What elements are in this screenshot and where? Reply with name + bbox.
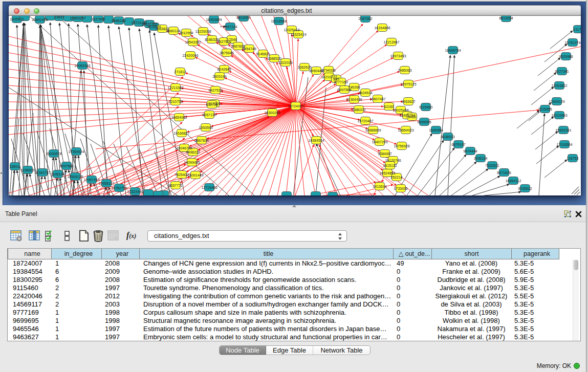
svg-text:15692391: 15692391 [555, 128, 571, 132]
svg-text:8454749: 8454749 [242, 47, 256, 51]
svg-text:13226058: 13226058 [195, 30, 211, 33]
svg-text:12975125: 12975125 [400, 82, 416, 86]
svg-text:3912954: 3912954 [179, 31, 193, 35]
svg-text:15720407: 15720407 [357, 119, 373, 123]
svg-text:10025458: 10025458 [393, 108, 408, 112]
svg-text:10046708: 10046708 [176, 146, 192, 150]
svg-text:8813054: 8813054 [236, 16, 250, 19]
svg-text:14099485: 14099485 [184, 161, 200, 164]
svg-text:17359924: 17359924 [68, 150, 84, 154]
svg-text:7857224: 7857224 [223, 25, 237, 29]
svg-text:811706: 811706 [206, 103, 218, 106]
svg-text:19166827: 19166827 [173, 132, 189, 135]
svg-text:21364436: 21364436 [346, 98, 362, 101]
svg-text:8486: 8486 [408, 115, 416, 119]
svg-text:18300295: 18300295 [264, 111, 280, 115]
svg-text:9245612: 9245612 [518, 187, 532, 190]
svg-text:9146821: 9146821 [256, 52, 270, 56]
svg-text:9474444: 9474444 [463, 149, 477, 153]
svg-text:1362615: 1362615 [297, 65, 311, 69]
svg-text:1156829: 1156829 [21, 168, 35, 172]
svg-text:252214: 252214 [390, 176, 402, 179]
svg-text:1588520: 1588520 [267, 57, 281, 60]
svg-text:20691406: 20691406 [32, 18, 48, 21]
svg-text:17957253: 17957253 [83, 178, 99, 182]
svg-text:12093822: 12093822 [551, 84, 567, 87]
svg-text:10688609: 10688609 [365, 128, 381, 132]
svg-text:18407299: 18407299 [372, 140, 387, 144]
svg-text:20053346: 20053346 [74, 64, 90, 68]
svg-text:10973493: 10973493 [390, 54, 406, 58]
svg-text:1733426: 1733426 [394, 187, 407, 190]
svg-text:10210693: 10210693 [551, 114, 567, 117]
svg-text:17546: 17546 [227, 38, 237, 41]
svg-text:10782759: 10782759 [111, 186, 127, 190]
svg-text:12444129: 12444129 [549, 100, 564, 103]
svg-text:10654112: 10654112 [506, 179, 521, 183]
svg-text:10653257: 10653257 [70, 16, 85, 20]
svg-text:116753: 116753 [567, 157, 579, 160]
svg-text:7485063: 7485063 [398, 69, 411, 72]
svg-text:9657771: 9657771 [168, 184, 182, 187]
svg-text:7625402: 7625402 [175, 173, 188, 177]
svg-text:9699695: 9699695 [417, 120, 431, 124]
svg-text:9097588: 9097588 [59, 164, 73, 168]
svg-text:10958107: 10958107 [98, 182, 114, 185]
svg-text:20206578: 20206578 [46, 152, 61, 156]
svg-text:6879197: 6879197 [451, 143, 465, 146]
svg-text:10543382: 10543382 [185, 40, 201, 44]
svg-text:19218506: 19218506 [271, 19, 287, 23]
svg-text:8267130: 8267130 [202, 113, 216, 117]
svg-text:16120746: 16120746 [385, 159, 401, 162]
svg-text:18724007: 18724007 [288, 104, 303, 108]
svg-text:9463627: 9463627 [401, 100, 415, 103]
svg-text:16091449: 16091449 [187, 173, 203, 177]
svg-text:1615132: 1615132 [383, 164, 397, 167]
svg-text:9227341: 9227341 [555, 70, 569, 73]
svg-text:1322015: 1322015 [278, 61, 292, 64]
svg-text:1353594: 1353594 [199, 126, 212, 129]
svg-text:1527602: 1527602 [91, 17, 105, 21]
svg-text:15751074: 15751074 [564, 41, 580, 45]
svg-text:6794028: 6794028 [321, 69, 335, 72]
svg-text:8938923: 8938923 [441, 135, 454, 139]
svg-text:19837: 19837 [54, 16, 64, 19]
svg-text:9242845: 9242845 [217, 68, 231, 71]
svg-text:18501: 18501 [10, 165, 20, 168]
svg-text:1145194: 1145194 [51, 172, 65, 176]
svg-text:13716485: 13716485 [201, 186, 217, 189]
svg-text:12213967: 12213967 [383, 40, 399, 44]
svg-text:13325419: 13325419 [284, 28, 299, 32]
svg-text:9777169: 9777169 [334, 80, 347, 84]
svg-text:746266: 746266 [348, 85, 360, 89]
svg-text:6466160: 6466160 [112, 19, 125, 23]
svg-text:7386372: 7386372 [352, 108, 365, 112]
svg-text:10654923: 10654923 [398, 128, 413, 132]
svg-text:1640954: 1640954 [429, 128, 443, 132]
svg-text:17016504: 17016504 [556, 143, 572, 146]
svg-text:3215955: 3215955 [538, 107, 552, 111]
svg-text:12213382: 12213382 [167, 86, 183, 90]
svg-text:9529986: 9529986 [559, 55, 573, 58]
svg-text:5867834: 5867834 [194, 139, 208, 142]
svg-text:9427512: 9427512 [208, 89, 222, 92]
svg-text:2087662: 2087662 [358, 17, 372, 20]
svg-text:10607487: 10607487 [369, 97, 385, 101]
svg-text:16154808: 16154808 [374, 26, 390, 30]
svg-text:8813054: 8813054 [499, 16, 513, 20]
svg-text:22420046: 22420046 [182, 54, 198, 57]
svg-text:12505135: 12505135 [67, 175, 83, 179]
svg-text:1413614: 1413614 [373, 185, 386, 188]
svg-text:9115460: 9115460 [419, 105, 433, 109]
svg-text:16648784: 16648784 [445, 49, 461, 52]
svg-text:1405572: 1405572 [10, 17, 24, 21]
svg-text:1010755: 1010755 [168, 100, 182, 103]
svg-text:271812: 271812 [174, 70, 186, 74]
svg-text:8660124: 8660124 [166, 29, 180, 33]
svg-text:2803144: 2803144 [212, 75, 226, 78]
svg-text:12342737: 12342737 [34, 171, 50, 174]
svg-text:3624514: 3624514 [358, 91, 372, 95]
svg-text:19756928: 19756928 [394, 144, 409, 148]
svg-text:3875645: 3875645 [220, 51, 233, 55]
svg-text:62160: 62160 [384, 105, 394, 108]
